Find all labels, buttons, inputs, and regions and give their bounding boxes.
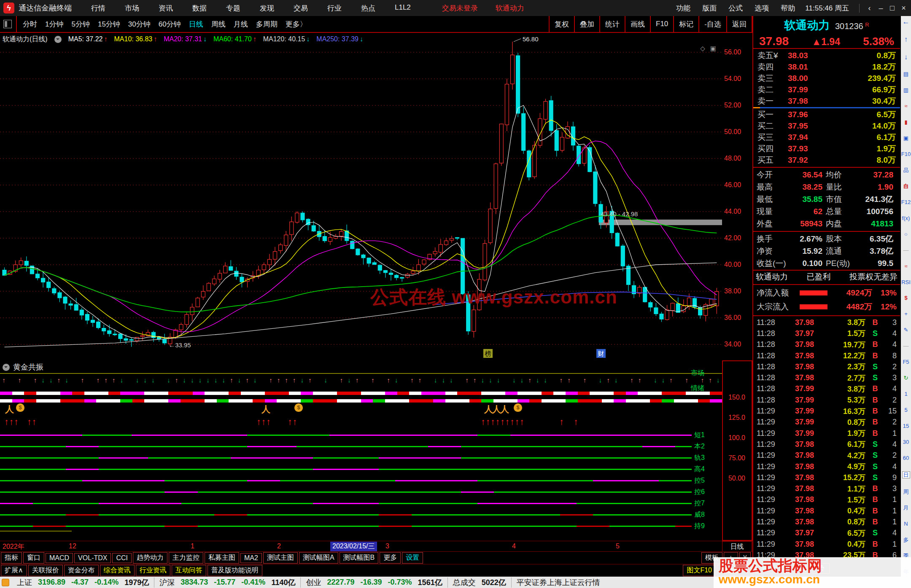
- toolbar-button-4[interactable]: F10: [650, 16, 673, 32]
- toolbar-button-3[interactable]: 画线: [625, 16, 650, 32]
- buy-row-3[interactable]: 买三37.946.1万: [753, 132, 900, 143]
- index-quote-1[interactable]: 沪深3834.73-15.77-0.41%1140亿: [154, 577, 300, 588]
- menu-right-item-0[interactable]: 功能: [676, 3, 690, 13]
- event-marker-0[interactable]: 榜: [483, 349, 493, 358]
- side-tool-12[interactable]: f(x): [902, 215, 910, 221]
- menu-item-4[interactable]: 专题: [226, 3, 240, 13]
- chart-collapse-icon[interactable]: [54, 36, 62, 43]
- toolbar-button-2[interactable]: 统计: [599, 16, 625, 32]
- side-tool-19[interactable]: ✎: [904, 327, 908, 333]
- period-tab-7[interactable]: 周线: [211, 19, 226, 29]
- side-tool-31[interactable]: N: [904, 521, 908, 526]
- toolbar-button-0[interactable]: 复权: [549, 16, 574, 32]
- indicator-tab-5[interactable]: 趋势动力: [133, 552, 167, 564]
- indicator-panel[interactable]: 黄金共振 ↑↑↑↓↓↑↓↑↑↑↑↓↓↓↓↓↑↓↓↓↓↓↓↑↓↑↓↑↑↑↑↓↑↓↑…: [0, 360, 722, 541]
- period-tab-1[interactable]: 1分钟: [45, 19, 63, 29]
- collapse-icon[interactable]: [3, 364, 10, 371]
- indicator-tab-8[interactable]: MA2: [240, 553, 262, 563]
- period-tab-5[interactable]: 60分钟: [159, 19, 181, 29]
- sell-row-5[interactable]: 卖五¥38.030.8万: [753, 50, 900, 61]
- side-tool-25[interactable]: 15: [903, 423, 909, 429]
- side-tool-18[interactable]: +: [904, 311, 908, 317]
- indicator-tab-0[interactable]: 指标: [1, 552, 22, 564]
- side-tool-29[interactable]: 周: [903, 489, 909, 494]
- nav-back-button[interactable]: ‹: [864, 4, 875, 13]
- event-marker-1[interactable]: 财: [596, 349, 606, 358]
- side-tool-10[interactable]: 自: [903, 183, 909, 189]
- side-tool-32[interactable]: 多: [903, 537, 909, 542]
- toolbar-button-6[interactable]: -自选: [698, 16, 726, 32]
- side-tool-2[interactable]: ↓: [904, 54, 908, 61]
- period-tab-6[interactable]: 日线: [189, 19, 203, 29]
- ext-item-2[interactable]: 资金分布: [64, 565, 99, 576]
- side-tool-4[interactable]: ▥: [903, 87, 908, 93]
- stock-header[interactable]: 软通动力 301236 R: [753, 18, 900, 33]
- menu-item-6[interactable]: 交易: [294, 3, 308, 13]
- menu-item-0[interactable]: 行情: [91, 3, 105, 13]
- period-tab-10[interactable]: 更多〉: [286, 19, 307, 29]
- side-tool-24[interactable]: 5: [904, 407, 907, 413]
- side-tool-7[interactable]: ▣: [903, 135, 908, 141]
- menu-item-8[interactable]: 热点: [361, 3, 375, 13]
- restore-button[interactable]: □: [887, 4, 898, 13]
- side-tool-28[interactable]: 日: [902, 471, 910, 478]
- side-tool-17[interactable]: $: [904, 295, 907, 301]
- ext-right-item-0[interactable]: 图文F10: [683, 565, 716, 576]
- indicator-tab-7[interactable]: 私募主图: [205, 552, 239, 564]
- menu-item-1[interactable]: 市场: [125, 3, 139, 13]
- candlestick-chart[interactable]: 56.80←33.9543.40 - 42.98 软通动力(日线)MA5: 37…: [0, 34, 752, 360]
- tick-list[interactable]: 11:2837.983.8万B311:2837.971.5万S411:2837.…: [753, 317, 900, 561]
- period-tab-2[interactable]: 5分钟: [71, 19, 89, 29]
- indicator-tab-12[interactable]: 更多: [380, 552, 401, 564]
- toolbar-button-5[interactable]: 标记: [673, 16, 698, 32]
- minimize-button[interactable]: –: [875, 4, 887, 13]
- side-tool-26[interactable]: 30: [903, 439, 909, 445]
- side-tool-5[interactable]: ≈: [904, 103, 907, 109]
- side-tool-1[interactable]: ↑: [904, 36, 908, 43]
- side-tool-0[interactable]: ←: [903, 18, 910, 25]
- menu-right-item-2[interactable]: 公式: [728, 3, 743, 13]
- indicator-tab-2[interactable]: MACD: [46, 553, 73, 563]
- menu-item-9[interactable]: L1L2: [395, 3, 411, 13]
- sell-row-4[interactable]: 卖四38.0118.2万: [753, 61, 900, 72]
- buy-row-5[interactable]: 买五37.928.0万: [753, 154, 900, 166]
- menu-item-2[interactable]: 资讯: [159, 3, 173, 13]
- chart-corner-icon-1[interactable]: ▣: [710, 45, 716, 52]
- ext-item-5[interactable]: 互动问答: [172, 565, 206, 576]
- period-tab-8[interactable]: 月线: [234, 19, 248, 29]
- chart-corner-icon-0[interactable]: ◇: [700, 45, 705, 52]
- side-tool-21[interactable]: F5: [903, 359, 909, 365]
- indicator-tab-4[interactable]: CCI: [112, 553, 132, 563]
- toolbar-button-1[interactable]: 叠加: [574, 16, 599, 32]
- menu-item-3[interactable]: 数据: [192, 3, 207, 13]
- side-tool-15[interactable]: ≈: [904, 263, 907, 269]
- buy-row-4[interactable]: 买四37.931.9万: [753, 143, 900, 154]
- index-quote-0[interactable]: 上证3196.89-4.37-0.14%1979亿: [12, 577, 154, 588]
- toolbar-button-7[interactable]: 返回: [726, 16, 752, 32]
- side-tool-30[interactable]: 月: [903, 505, 909, 510]
- side-tool-6[interactable]: ▮: [904, 119, 907, 125]
- indicator-tab-6[interactable]: 主力监控: [169, 552, 203, 564]
- side-tool-11[interactable]: F12: [901, 199, 911, 205]
- side-tool-22[interactable]: ↻: [904, 375, 908, 381]
- close-button[interactable]: ×: [898, 4, 909, 13]
- menu-right-item-4[interactable]: 帮助: [781, 3, 795, 13]
- ext-item-3[interactable]: 综合资讯: [100, 565, 135, 576]
- menu-item-7[interactable]: 行业: [327, 3, 342, 13]
- buy-row-1[interactable]: 买一37.966.5万: [753, 109, 900, 120]
- menu-alert-0[interactable]: 交易未登录: [442, 3, 478, 13]
- period-tab-0[interactable]: 分时: [23, 19, 37, 29]
- sell-row-3[interactable]: 卖三38.00239.4万: [753, 72, 900, 84]
- layout-toggle-icon[interactable]: [3, 20, 12, 28]
- side-tool-8[interactable]: F10: [901, 151, 911, 157]
- menu-right-item-1[interactable]: 版面: [702, 3, 717, 13]
- side-tool-9[interactable]: 品: [903, 167, 909, 173]
- ext-item-4[interactable]: 行业资讯: [136, 565, 170, 576]
- menu-right-item-3[interactable]: 选项: [755, 3, 769, 13]
- period-tab-9[interactable]: 多周期: [256, 19, 278, 29]
- period-tab-4[interactable]: 30分钟: [128, 19, 151, 29]
- side-tool-23[interactable]: 1: [904, 391, 907, 397]
- side-tool-13[interactable]: ○: [904, 231, 908, 237]
- ext-item-0[interactable]: 扩展∧: [1, 565, 27, 576]
- side-tool-16[interactable]: RSI: [901, 279, 911, 285]
